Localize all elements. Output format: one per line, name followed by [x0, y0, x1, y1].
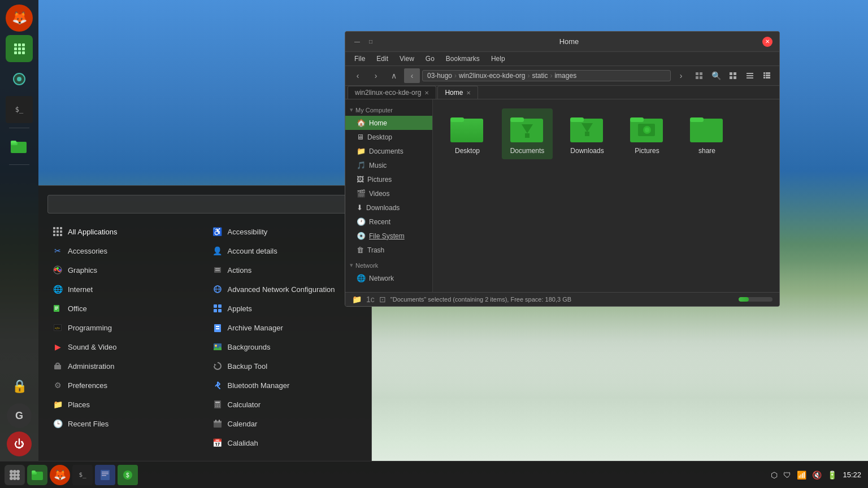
menu-administration[interactable]: Administration: [47, 357, 203, 375]
dock-grub[interactable]: G: [7, 403, 32, 428]
menu-archive-manager[interactable]: Archive Manager: [207, 319, 363, 337]
dock-terminal[interactable]: $_: [6, 96, 33, 123]
taskbar-editor-icon[interactable]: [95, 465, 115, 485]
menu-caladidah[interactable]: 📅 Calalidah: [207, 434, 363, 452]
view-list-button[interactable]: [742, 68, 758, 83]
dock-appgrid[interactable]: [6, 35, 33, 62]
sidebar-item-trash[interactable]: 🗑 Trash: [345, 243, 432, 257]
breadcrumb-1[interactable]: 03-hugo: [427, 72, 452, 80]
menu-internet[interactable]: 🌐 Internet: [47, 280, 203, 298]
maximize-button[interactable]: □: [366, 37, 376, 47]
administration-icon: [52, 360, 63, 372]
menu-bookmarks[interactable]: Bookmarks: [441, 53, 484, 64]
tab-home[interactable]: Home ✕: [437, 86, 478, 99]
tab-win2linux[interactable]: win2linux-eco-kde-org ✕: [348, 86, 436, 99]
statusbar-icon2[interactable]: 1c: [366, 295, 375, 304]
dock-power[interactable]: ⏻: [7, 432, 32, 456]
breadcrumb-3[interactable]: static: [532, 72, 548, 80]
accessibility-icon: ♿: [212, 226, 223, 237]
sidebar-item-desktop[interactable]: 🖥 Desktop: [345, 130, 432, 144]
menu-programming[interactable]: </> Programming: [47, 319, 203, 337]
breadcrumb-4[interactable]: images: [554, 72, 576, 80]
menu-backup-tool[interactable]: Backup Tool: [207, 357, 363, 375]
search-bar[interactable]: 🔍: [47, 195, 362, 213]
sidebar-network-header[interactable]: ▾ Network: [345, 259, 432, 271]
dock-lock[interactable]: 🔒: [6, 373, 33, 400]
back-button[interactable]: ‹: [350, 68, 366, 83]
menu-advanced-network[interactable]: Advanced Network Configuration: [207, 280, 363, 298]
menu-view[interactable]: View: [395, 53, 419, 64]
menu-help[interactable]: Help: [487, 53, 510, 64]
menu-all-applications[interactable]: All Applications: [47, 223, 203, 241]
taskbar-money-icon[interactable]: $: [118, 465, 138, 485]
svg-rect-5: [22, 47, 25, 50]
taskbar-menu-icon[interactable]: [5, 465, 25, 485]
menu-right-col: ♿ Accessibility 👤 Account details Action…: [207, 223, 363, 452]
view-details-button[interactable]: [759, 68, 775, 83]
sidebar-item-filesystem[interactable]: 💿 File System: [345, 229, 432, 243]
menu-go[interactable]: Go: [421, 53, 439, 64]
sidebar-item-videos[interactable]: 🎬 Videos: [345, 186, 432, 201]
home-icon: 🏠: [357, 119, 366, 127]
forward-button[interactable]: ›: [368, 68, 384, 83]
sidebar-item-music[interactable]: 🎵 Music: [345, 158, 432, 172]
prev-tab-button[interactable]: ‹: [404, 68, 420, 83]
dock-files[interactable]: [6, 133, 33, 160]
next-path-button[interactable]: ›: [673, 68, 689, 83]
menu-recent-files[interactable]: 🕒 Recent Files: [47, 415, 203, 433]
menu-file[interactable]: File: [350, 53, 370, 64]
statusbar-icon3[interactable]: ⊡: [379, 295, 386, 304]
folder-pictures[interactable]: Pictures: [622, 108, 672, 159]
search-input[interactable]: [54, 200, 345, 209]
view-icons-button[interactable]: [725, 68, 741, 83]
svg-rect-65: [700, 72, 702, 75]
folder-downloads[interactable]: Downloads: [562, 108, 613, 159]
taskbar-terminal-icon[interactable]: $_: [72, 465, 93, 485]
search-button[interactable]: 🔍: [708, 68, 724, 83]
folder-documents[interactable]: Documents: [502, 108, 553, 159]
menu-applets[interactable]: Applets: [207, 299, 363, 317]
sidebar-item-network[interactable]: 🌐 Network: [345, 271, 432, 285]
sidebar-item-recent[interactable]: 🕐 Recent: [345, 215, 432, 229]
statusbar-icon1[interactable]: 📁: [352, 295, 362, 304]
menu-bluetooth[interactable]: Bluetooth Manager: [207, 376, 363, 394]
svg-rect-72: [747, 73, 753, 74]
svg-rect-63: [219, 420, 220, 422]
minimize-button[interactable]: —: [352, 37, 362, 47]
view-compact-button[interactable]: [691, 68, 707, 83]
tab-close-2[interactable]: ✕: [466, 90, 471, 96]
menu-preferences[interactable]: ⚙ Preferences: [47, 376, 203, 394]
menu-calendar[interactable]: Calendar: [207, 415, 363, 433]
sidebar-item-downloads[interactable]: ⬇ Downloads: [345, 201, 432, 215]
breadcrumb-2[interactable]: win2linux-eco-kde-org: [459, 72, 525, 80]
dock-firefox[interactable]: 🦊: [6, 5, 33, 32]
dock-separator: [9, 128, 29, 128]
menu-sound-video[interactable]: ▶ Sound & Video: [47, 338, 203, 356]
menu-backgrounds[interactable]: Backgrounds: [207, 338, 363, 356]
menu-places[interactable]: 📁 Places: [47, 395, 203, 413]
sidebar-item-pictures[interactable]: 🖼 Pictures: [345, 172, 432, 186]
folder-desktop[interactable]: Desktop: [442, 108, 493, 159]
svg-text:</>: </>: [55, 326, 60, 330]
menu-office[interactable]: Office: [47, 299, 203, 317]
menu-graphics[interactable]: Graphics: [47, 261, 203, 279]
dock-mixer[interactable]: [6, 66, 33, 93]
toolbar: ‹ › ∧ ‹ 03-hugo › win2linux-eco-kde-org …: [345, 66, 779, 86]
sidebar-my-computer-header[interactable]: ▾ My Computer: [345, 104, 432, 116]
up-button[interactable]: ∧: [386, 68, 402, 83]
svg-rect-30: [55, 309, 57, 310]
menu-account-details[interactable]: 👤 Account details: [207, 242, 363, 260]
menu-calculator[interactable]: Calculator: [207, 395, 363, 413]
menu-actions[interactable]: Actions: [207, 261, 363, 279]
menu-edit[interactable]: Edit: [372, 53, 393, 64]
close-button[interactable]: ✕: [762, 37, 772, 47]
taskbar-files-icon[interactable]: [27, 465, 47, 485]
menu-accessibility[interactable]: ♿ Accessibility: [207, 223, 363, 241]
all-apps-icon: [52, 226, 63, 237]
taskbar-firefox-icon[interactable]: 🦊: [50, 465, 70, 485]
menu-accessories[interactable]: ✂ Accessories: [47, 242, 203, 260]
sidebar-item-home[interactable]: 🏠 Home: [345, 116, 432, 130]
sidebar-item-documents[interactable]: 📁 Documents: [345, 144, 432, 158]
tab-close-1[interactable]: ✕: [424, 90, 429, 96]
folder-share[interactable]: share: [682, 108, 732, 159]
